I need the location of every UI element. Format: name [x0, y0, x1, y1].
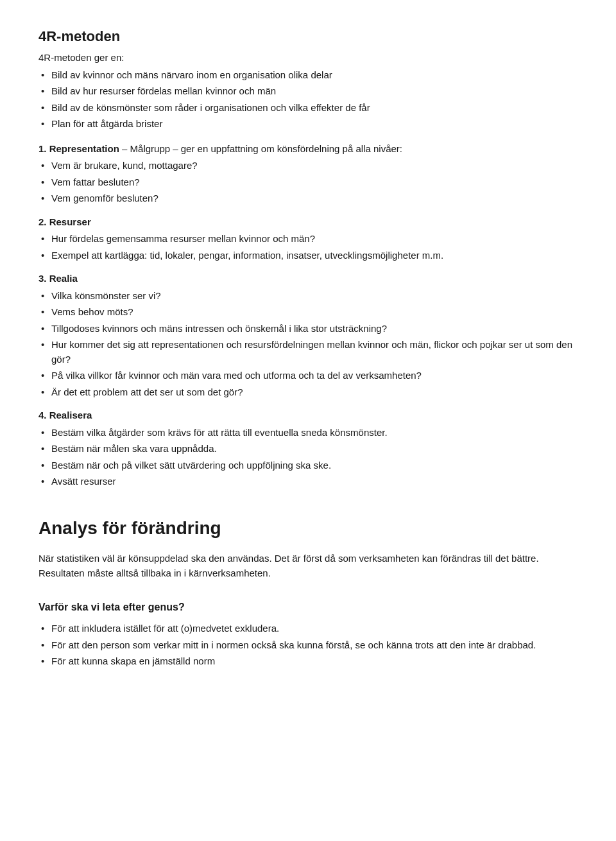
- section-4-title: 4. Realisera: [38, 408, 578, 423]
- analys-paragraph: När statistiken väl är könsuppdelad ska …: [38, 551, 578, 581]
- section-3-title: 3. Realia: [38, 272, 578, 286]
- section-2-title: 2. Resurser: [38, 215, 578, 230]
- section-3-list: Vilka könsmönster ser vi? Vems behov möt…: [38, 289, 578, 400]
- section-3-item-3: Tillgodoses kvinnors och mäns intressen …: [38, 322, 578, 336]
- intro-list: Bild av kvinnor och mäns närvaro inom en…: [38, 68, 578, 132]
- section-representation: 1. Representation – Målgrupp – ger en up…: [38, 142, 578, 206]
- section-4-list: Bestäm vilka åtgärder som krävs för att …: [38, 426, 578, 489]
- intro-item-1: Bild av kvinnor och mäns närvaro inom en…: [38, 68, 578, 83]
- section-3-item-6: Är det ett problem att det ser ut som de…: [38, 385, 578, 400]
- varfor-item-3: För att kunna skapa en jämställd norm: [38, 654, 578, 669]
- section-resurser: 2. Resurser Hur fördelas gemensamma resu…: [38, 215, 578, 263]
- intro-line: 4R-metoden ger en:: [38, 51, 578, 65]
- section-1-item-1: Vem är brukare, kund, mottagare?: [38, 159, 578, 173]
- intro-item-3: Bild av de könsmönster som råder i organ…: [38, 101, 578, 116]
- intro-item-2: Bild av hur resurser fördelas mellan kvi…: [38, 84, 578, 99]
- main-title: 4R-metoden: [38, 26, 578, 47]
- section-1-title: 1. Representation – Målgrupp – ger en up…: [38, 142, 578, 157]
- section-4-item-1: Bestäm vilka åtgärder som krävs för att …: [38, 426, 578, 440]
- varfor-heading: Varför ska vi leta efter genus?: [38, 600, 578, 615]
- section-3-item-5: På vilka villkor får kvinnor och män var…: [38, 368, 578, 383]
- section-realia: 3. Realia Vilka könsmönster ser vi? Vems…: [38, 272, 578, 399]
- intro-item-4: Plan för att åtgärda brister: [38, 117, 578, 132]
- varfor-list: För att inkludera istället för att (o)me…: [38, 621, 578, 669]
- analys-heading: Analys för förändring: [38, 515, 578, 542]
- section-2-item-2: Exempel att kartlägga: tid, lokaler, pen…: [38, 248, 578, 263]
- section-2-list: Hur fördelas gemensamma resurser mellan …: [38, 232, 578, 263]
- section-4-item-3: Bestäm när och på vilket sätt utvärderin…: [38, 458, 578, 473]
- section-1-item-3: Vem genomför besluten?: [38, 191, 578, 206]
- section-1-list: Vem är brukare, kund, mottagare? Vem fat…: [38, 159, 578, 206]
- section-4-item-2: Bestäm när målen ska vara uppnådda.: [38, 442, 578, 456]
- section-1-item-2: Vem fattar besluten?: [38, 175, 578, 190]
- section-2-item-1: Hur fördelas gemensamma resurser mellan …: [38, 232, 578, 247]
- section-3-item-4: Hur kommer det sig att representationen …: [38, 338, 578, 367]
- varfor-item-2: För att den person som verkar mitt in i …: [38, 638, 578, 653]
- section-3-item-1: Vilka könsmönster ser vi?: [38, 289, 578, 304]
- section-3-item-2: Vems behov möts?: [38, 305, 578, 320]
- varfor-item-1: För att inkludera istället för att (o)me…: [38, 621, 578, 636]
- section-4-item-4: Avsätt resurser: [38, 474, 578, 489]
- section-realisera: 4. Realisera Bestäm vilka åtgärder som k…: [38, 408, 578, 489]
